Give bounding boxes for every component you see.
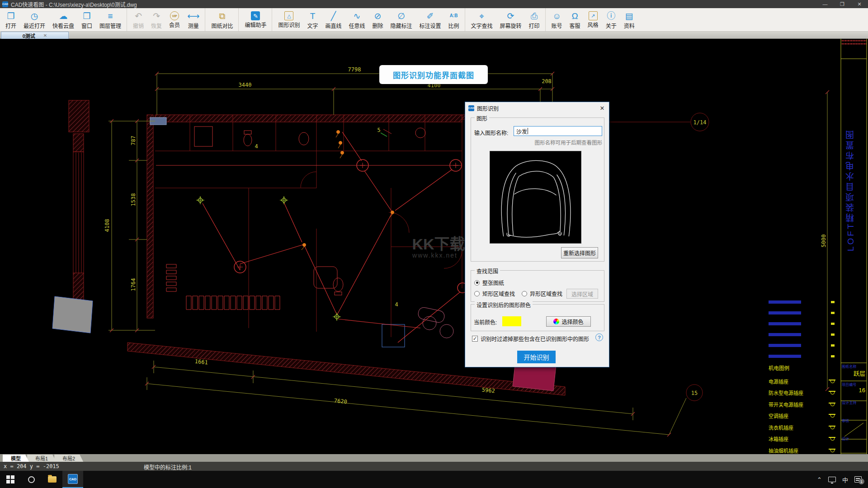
- dim-5962: 5962: [481, 387, 495, 394]
- toolbar-icon: A:B: [450, 10, 458, 21]
- legend-title: 机电图例: [769, 364, 835, 371]
- legend-label: 冰箱插座: [769, 435, 788, 442]
- toolbar-button-account[interactable]: ☺ 账号: [548, 8, 566, 31]
- toolbar-button-materials[interactable]: ▤ 资料: [620, 8, 638, 31]
- toolbar-button-about[interactable]: ⓘ 关于: [602, 8, 620, 31]
- pick-color-button[interactable]: 选择颜色: [546, 316, 591, 327]
- socket-symbol-icon: [829, 437, 835, 441]
- titleblock-field-value: 跃层: [842, 369, 867, 377]
- dialog-titlebar[interactable]: CAD 图形识别 ✕: [465, 102, 609, 114]
- sheet-tab-layout2[interactable]: 布局2: [54, 455, 83, 462]
- toolbar-label: 账号: [552, 22, 562, 29]
- close-button[interactable]: ✕: [851, 0, 868, 8]
- start-recognition-button[interactable]: 开始识别: [517, 351, 556, 363]
- radio-poly-label: 异形区域查找: [530, 290, 562, 297]
- shape-name-value: 沙发: [516, 127, 527, 135]
- document-tab-0测试[interactable]: 0测试 ✕: [1, 32, 69, 39]
- dialog-close-icon[interactable]: ✕: [595, 105, 609, 112]
- toolbar-label: 打印: [529, 22, 540, 29]
- sheet-tab-model[interactable]: 模型: [3, 455, 29, 462]
- toolbar-button-print[interactable]: ⎙ 打印: [525, 8, 546, 31]
- notification-icon[interactable]: 1: [854, 476, 862, 483]
- toolbar-button-window[interactable]: ❒ 窗口: [78, 8, 96, 31]
- junction-markers: [196, 129, 394, 321]
- radio-rect-area[interactable]: 矩形区域查找: [474, 290, 515, 297]
- legend-row: 洗衣机插座: [769, 422, 835, 433]
- dialog-icon: CAD: [468, 105, 474, 111]
- toolbar-button-delete[interactable]: ⊘ 删除: [368, 8, 387, 31]
- toolbar-label: 比例: [448, 22, 459, 29]
- toolbar-label: 隐藏标注: [390, 22, 412, 29]
- toolbar-button-edit-assistant[interactable]: ✎ 编辑助手: [241, 8, 272, 31]
- shape-name-label: 输入图形名称:: [474, 129, 508, 136]
- toolbar-button-layer-manager[interactable]: ≡ 图层管理: [96, 8, 127, 31]
- toolbar-button-drawing-compare[interactable]: ⧉ 图纸对比: [208, 8, 239, 31]
- checkbox-icon[interactable]: ✓: [472, 336, 478, 342]
- legend-row: 空调插座: [769, 410, 835, 422]
- start-button[interactable]: [0, 471, 21, 488]
- radio-poly-area[interactable]: 异形区域查找: [522, 290, 562, 297]
- radio-whole-drawing[interactable]: 整张图纸: [474, 279, 504, 286]
- titleblock-field-label: 设计: [842, 436, 865, 441]
- filter-checkbox-row[interactable]: ✓ 识别时过滤掉那些包含在已识别图形中的图形: [472, 335, 608, 343]
- ime-indicator[interactable]: 中: [842, 475, 848, 484]
- toolbar-button-measure[interactable]: ⟷ 测量: [184, 8, 205, 31]
- legend-label: 空调插座: [769, 412, 788, 419]
- titleblock-field-label: 设计主持: [842, 399, 865, 404]
- cortana-button[interactable]: [21, 471, 42, 488]
- toolbar-label: 风格: [588, 21, 599, 28]
- group-shape-label: 图形: [475, 114, 489, 122]
- shape-recognition-dialog: CAD 图形识别 ✕ 图形 输入图形名称: 沙发 图形名称可用于后期查看图形: [465, 102, 609, 367]
- drawing-canvas[interactable]: 7798 3440 208 4100 787 1538 1764 4108 16…: [0, 39, 868, 454]
- display-icon[interactable]: [828, 477, 836, 482]
- dim-208: 208: [542, 78, 552, 84]
- toolbar-button-style[interactable]: ↗ 风格: [584, 8, 602, 31]
- titleblock-field-value: 16: [842, 387, 867, 394]
- current-color-swatch: [502, 316, 521, 326]
- hidden-icons-chevron[interactable]: ⌃: [817, 476, 822, 483]
- toolbar-button-redo[interactable]: ↷ 恢复: [147, 8, 165, 31]
- toolbar-button-text[interactable]: T 文字: [303, 8, 321, 31]
- toolbar-button-undo[interactable]: ↶ 撤销: [129, 8, 147, 31]
- toolbar-icon: ⊘: [374, 10, 382, 21]
- sheet-tab-layout1[interactable]: 布局1: [27, 455, 56, 462]
- toolbar-button-shape-recognition[interactable]: △ 图形识别: [274, 8, 303, 31]
- notification-badge: 1: [859, 479, 864, 484]
- toolbar-button-cloud-disk[interactable]: ☁ 快看云盘: [49, 8, 78, 31]
- legend-small-text: [769, 300, 836, 304]
- tab-close-icon[interactable]: ✕: [43, 33, 47, 38]
- toolbar-button-text-search[interactable]: ⌖ 文字查找: [467, 8, 496, 31]
- toolbar-button-draw-line[interactable]: ╱ 画直线: [321, 8, 345, 31]
- minimize-button[interactable]: —: [816, 0, 834, 8]
- group-result-color-label: 设置识别后的图形颜色: [475, 301, 533, 309]
- reselect-shape-button[interactable]: 重新选择图形: [561, 247, 598, 258]
- toolbar-button-screen-rotate[interactable]: ⟳ 屏幕旋转: [496, 8, 525, 31]
- toolbar-button-recent-open[interactable]: ◷ 最近打开: [20, 8, 49, 31]
- cad-app-button[interactable]: CAD: [62, 471, 83, 488]
- note-4b: 4: [395, 301, 398, 308]
- toolbar-button-hide-annotation[interactable]: ∅ 隐藏标注: [387, 8, 415, 31]
- watermark-line2: www.kkx.net: [412, 252, 458, 259]
- sheet-tab-label: 布局2: [62, 455, 75, 462]
- select-area-button[interactable]: 选择区域: [566, 289, 598, 299]
- help-icon[interactable]: ?: [595, 333, 603, 341]
- toolbar-button-scale[interactable]: A:B 比例: [445, 8, 465, 31]
- toolbar-button-support[interactable]: Ω 客服: [566, 8, 584, 31]
- file-explorer-button[interactable]: [42, 471, 62, 488]
- main-toolbar: ❐ 打开 ◷ 最近打开 ☁ 快看云盘 ❒ 窗口 ≡ 图层管理 ↶ 撤销 ↷ 恢复…: [0, 8, 868, 32]
- folder-icon: [48, 476, 57, 483]
- cad-app-icon: CAD: [68, 474, 78, 484]
- toolbar-button-free-line[interactable]: ∿ 任意线: [345, 8, 368, 31]
- toolbar-button-open[interactable]: ❐ 打开: [2, 8, 20, 31]
- maximize-button[interactable]: ❐: [834, 0, 851, 8]
- dim-4108: 4108: [104, 219, 110, 232]
- radio-icon[interactable]: [474, 291, 480, 296]
- radio-icon[interactable]: [474, 280, 480, 286]
- dim-1538: 1538: [130, 193, 137, 206]
- toolbar-button-vip[interactable]: VIP 会员: [165, 8, 184, 31]
- radio-icon[interactable]: [522, 291, 527, 296]
- shape-name-input[interactable]: 沙发: [514, 126, 602, 136]
- partitions: [155, 115, 462, 337]
- toolbar-button-annotation-settings[interactable]: ✐ 标注设置: [416, 8, 445, 31]
- legend-label: 洗衣机插座: [769, 424, 793, 431]
